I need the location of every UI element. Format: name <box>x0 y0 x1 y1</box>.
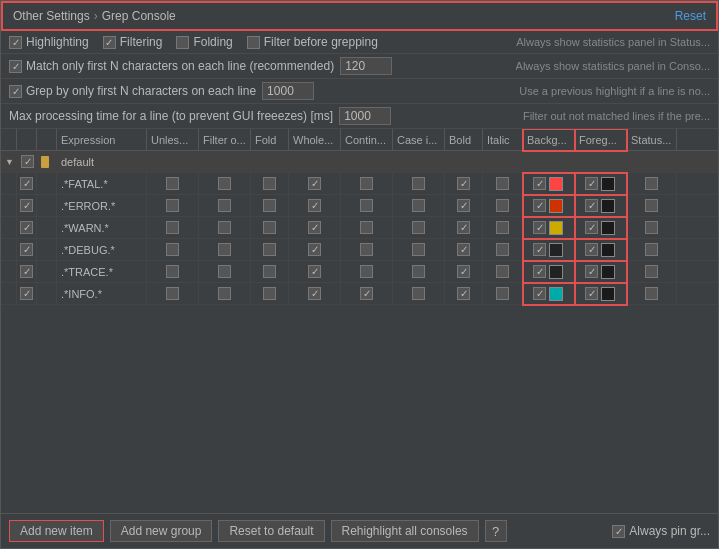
filtering-option[interactable]: Filtering <box>103 35 163 49</box>
row-contin-checkbox[interactable] <box>360 221 373 234</box>
row-bg-checkbox[interactable] <box>533 243 546 256</box>
row-italic[interactable] <box>483 261 523 283</box>
row-enabled[interactable] <box>17 261 37 283</box>
row-enabled[interactable] <box>17 173 37 195</box>
row-bg-checkbox[interactable] <box>533 177 546 190</box>
table-row[interactable]: .*WARN.* <box>1 217 718 239</box>
row-contin-checkbox[interactable] <box>360 199 373 212</box>
row-italic[interactable] <box>483 173 523 195</box>
row-status-checkbox[interactable] <box>645 243 658 256</box>
row-bg-color[interactable] <box>523 239 575 261</box>
row-enabled[interactable] <box>17 195 37 217</box>
row-whole-checkbox[interactable] <box>308 287 321 300</box>
table-row[interactable]: .*DEBUG.* <box>1 239 718 261</box>
folding-checkbox[interactable] <box>176 36 189 49</box>
row-unless-checkbox[interactable] <box>166 287 179 300</box>
row-fold-checkbox[interactable] <box>263 287 276 300</box>
row-contin[interactable] <box>341 239 393 261</box>
row-whole-checkbox[interactable] <box>308 177 321 190</box>
row-enabled-checkbox[interactable] <box>20 287 33 300</box>
row-unless-checkbox[interactable] <box>166 199 179 212</box>
row-bg-color[interactable] <box>523 195 575 217</box>
row-enabled[interactable] <box>17 239 37 261</box>
row-casei[interactable] <box>393 173 445 195</box>
row-filter-checkbox[interactable] <box>218 199 231 212</box>
row-fg-color[interactable] <box>575 173 627 195</box>
row-contin-checkbox[interactable] <box>360 243 373 256</box>
row-casei-checkbox[interactable] <box>412 265 425 278</box>
row-unless-checkbox[interactable] <box>166 177 179 190</box>
row-italic-checkbox[interactable] <box>496 265 509 278</box>
row-contin[interactable] <box>341 173 393 195</box>
row-status[interactable] <box>627 261 677 283</box>
row-bg-color[interactable] <box>523 261 575 283</box>
row-bg-color[interactable] <box>523 283 575 305</box>
row-bold-checkbox[interactable] <box>457 287 470 300</box>
th-status[interactable]: Status... <box>627 129 677 151</box>
row-fg-checkbox[interactable] <box>585 287 598 300</box>
row-contin[interactable] <box>341 283 393 305</box>
row-italic[interactable] <box>483 239 523 261</box>
row-bold-checkbox[interactable] <box>457 265 470 278</box>
filter-before-grepping-option[interactable]: Filter before grepping <box>247 35 378 49</box>
row-fold[interactable] <box>251 217 289 239</box>
row-contin[interactable] <box>341 261 393 283</box>
row-casei[interactable] <box>393 261 445 283</box>
th-filter[interactable]: Filter o... <box>199 129 251 151</box>
row-unless[interactable] <box>147 195 199 217</box>
row-fg-checkbox[interactable] <box>585 199 598 212</box>
group-cb[interactable] <box>17 154 37 169</box>
row-bold[interactable] <box>445 239 483 261</box>
row-bold[interactable] <box>445 217 483 239</box>
row-unless-checkbox[interactable] <box>166 221 179 234</box>
row-enabled-checkbox[interactable] <box>20 199 33 212</box>
row-filter-checkbox[interactable] <box>218 243 231 256</box>
row-status-checkbox[interactable] <box>645 199 658 212</box>
add-group-button[interactable]: Add new group <box>110 520 213 542</box>
row-italic-checkbox[interactable] <box>496 177 509 190</box>
row-whole-checkbox[interactable] <box>308 221 321 234</box>
row-bg-color[interactable] <box>523 217 575 239</box>
row-contin-checkbox[interactable] <box>360 287 373 300</box>
row-contin[interactable] <box>341 217 393 239</box>
row-fg-color[interactable] <box>575 195 627 217</box>
always-pin-option[interactable]: Always pin gr... <box>612 524 710 538</box>
th-backg[interactable]: Backg... <box>523 129 575 151</box>
row-italic-checkbox[interactable] <box>496 221 509 234</box>
row-enabled-checkbox[interactable] <box>20 265 33 278</box>
table-row[interactable]: .*TRACE.* <box>1 261 718 283</box>
row-fold[interactable] <box>251 195 289 217</box>
row-fold-checkbox[interactable] <box>263 221 276 234</box>
row-fg-checkbox[interactable] <box>585 177 598 190</box>
max-processing-input[interactable] <box>339 107 391 125</box>
row-bold-checkbox[interactable] <box>457 221 470 234</box>
row-whole[interactable] <box>289 195 341 217</box>
row-filter-checkbox[interactable] <box>218 265 231 278</box>
row-fg-checkbox[interactable] <box>585 243 598 256</box>
row-enabled-checkbox[interactable] <box>20 243 33 256</box>
row-status-checkbox[interactable] <box>645 221 658 234</box>
row-whole[interactable] <box>289 217 341 239</box>
row-casei[interactable] <box>393 217 445 239</box>
row-casei[interactable] <box>393 195 445 217</box>
row-bold[interactable] <box>445 283 483 305</box>
row-filter-checkbox[interactable] <box>218 221 231 234</box>
table-row[interactable]: .*ERROR.* <box>1 195 718 217</box>
row-whole[interactable] <box>289 173 341 195</box>
row-whole-checkbox[interactable] <box>308 243 321 256</box>
row-bold[interactable] <box>445 173 483 195</box>
row-fg-color[interactable] <box>575 283 627 305</box>
row-fold[interactable] <box>251 173 289 195</box>
grep-first-n-input[interactable] <box>262 82 314 100</box>
highlighting-checkbox[interactable] <box>9 36 22 49</box>
add-item-button[interactable]: Add new item <box>9 520 104 542</box>
row-whole[interactable] <box>289 261 341 283</box>
row-unless-checkbox[interactable] <box>166 243 179 256</box>
row-status[interactable] <box>627 283 677 305</box>
row-italic[interactable] <box>483 217 523 239</box>
th-expression[interactable]: Expression <box>57 129 147 151</box>
row-unless[interactable] <box>147 239 199 261</box>
row-filter[interactable] <box>199 195 251 217</box>
row-enabled-checkbox[interactable] <box>20 177 33 190</box>
grep-first-n-checkbox[interactable] <box>9 85 22 98</box>
